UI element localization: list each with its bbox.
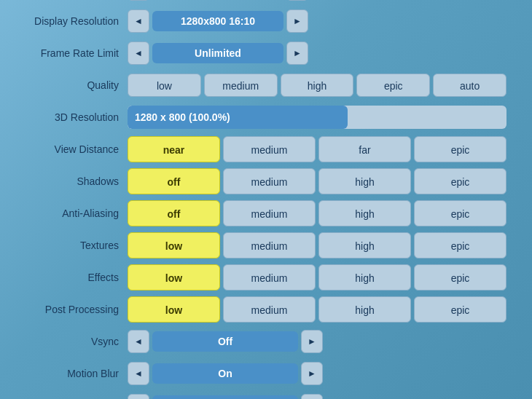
resolution-3d-label: 3D Resolution xyxy=(26,111,128,123)
frame-rate-right[interactable]: ► xyxy=(286,42,308,65)
shadows-epic[interactable]: epic xyxy=(414,168,506,194)
textures-label: Textures xyxy=(26,240,128,251)
shadows-off[interactable]: off xyxy=(128,168,220,194)
textures-low[interactable]: low xyxy=(128,232,220,258)
settings-panel: Window Mode ◄ Fullscreen ► Display Resol… xyxy=(11,0,521,399)
shadows-high[interactable]: high xyxy=(318,168,411,194)
anti-aliasing-medium[interactable]: medium xyxy=(223,200,316,226)
view-distance-label: View Distance xyxy=(26,143,128,155)
effects-label: Effects xyxy=(26,272,128,283)
quality-epic[interactable]: epic xyxy=(356,74,430,97)
vsync-content: ◄ Off ► xyxy=(128,330,323,353)
display-resolution-left[interactable]: ◄ xyxy=(128,9,149,33)
shadows-label: Shadows xyxy=(26,175,128,187)
frame-rate-row: Frame Rate Limit ◄ Unlimited ► xyxy=(26,39,506,67)
motion-blur-right[interactable]: ► xyxy=(301,362,323,385)
effects-low[interactable]: low xyxy=(128,264,220,291)
quality-low[interactable]: low xyxy=(128,74,201,97)
effects-medium[interactable]: medium xyxy=(223,264,316,291)
quality-row: Quality low medium high epic auto xyxy=(26,71,506,99)
display-resolution-label: Display Resolution xyxy=(26,15,128,27)
anti-aliasing-row: Anti-Aliasing off medium high epic xyxy=(26,200,506,227)
anti-aliasing-off[interactable]: off xyxy=(128,200,220,226)
frame-rate-content: ◄ Unlimited ► xyxy=(128,42,308,65)
frame-rate-label: Frame Rate Limit xyxy=(26,47,128,59)
vsync-left[interactable]: ◄ xyxy=(128,330,149,353)
show-fps-right[interactable]: ► xyxy=(301,394,323,399)
motion-blur-content: ◄ On ► xyxy=(128,362,323,385)
anti-aliasing-high[interactable]: high xyxy=(318,200,411,226)
quality-high[interactable]: high xyxy=(281,74,354,97)
textures-medium[interactable]: medium xyxy=(223,232,316,258)
textures-high[interactable]: high xyxy=(318,232,411,258)
post-processing-label: Post Processing xyxy=(26,304,128,315)
window-mode-row: Window Mode ◄ Fullscreen ► xyxy=(26,0,506,3)
window-mode-content: ◄ Fullscreen ► xyxy=(128,0,308,1)
frame-rate-value: Unlimited xyxy=(152,43,283,63)
post-processing-epic[interactable]: epic xyxy=(414,296,506,323)
post-processing-content: low medium high epic xyxy=(128,296,506,323)
anti-aliasing-epic[interactable]: epic xyxy=(414,200,506,226)
view-distance-content: near medium far epic xyxy=(128,136,506,162)
resolution-3d-value: 1280 x 800 (100.0%) xyxy=(135,111,230,123)
view-distance-near[interactable]: near xyxy=(128,136,220,162)
vsync-value: Off xyxy=(152,331,298,352)
motion-blur-row: Motion Blur ◄ On ► xyxy=(26,360,506,387)
vsync-right[interactable]: ► xyxy=(301,330,323,353)
textures-row: Textures low medium high epic xyxy=(26,232,506,259)
anti-aliasing-content: off medium high epic xyxy=(128,200,506,226)
post-processing-row: Post Processing low medium high epic xyxy=(26,296,506,323)
resolution-3d-row: 3D Resolution 1280 x 800 (100.0%) xyxy=(26,103,506,131)
resolution-3d-content: 1280 x 800 (100.0%) xyxy=(128,106,506,129)
effects-epic[interactable]: epic xyxy=(414,264,506,291)
effects-content: low medium high epic xyxy=(128,264,506,291)
display-resolution-right[interactable]: ► xyxy=(286,9,308,33)
anti-aliasing-label: Anti-Aliasing xyxy=(26,208,128,219)
display-resolution-value: 1280x800 16:10 xyxy=(152,11,283,31)
shadows-medium[interactable]: medium xyxy=(223,168,316,194)
shadows-row: Shadows off medium high epic xyxy=(26,167,506,195)
resolution-3d-bar[interactable]: 1280 x 800 (100.0%) xyxy=(128,106,506,129)
display-resolution-content: ◄ 1280x800 16:10 ► xyxy=(128,9,308,33)
show-fps-value: On xyxy=(152,395,298,399)
textures-epic[interactable]: epic xyxy=(414,232,506,258)
view-distance-epic[interactable]: epic xyxy=(414,136,506,162)
quality-medium[interactable]: medium xyxy=(204,74,278,97)
view-distance-row: View Distance near medium far epic xyxy=(26,135,506,163)
textures-content: low medium high epic xyxy=(128,232,506,258)
view-distance-far[interactable]: far xyxy=(318,136,411,162)
frame-rate-left[interactable]: ◄ xyxy=(128,42,149,65)
post-processing-high[interactable]: high xyxy=(318,296,411,323)
post-processing-low[interactable]: low xyxy=(128,296,220,323)
effects-high[interactable]: high xyxy=(318,264,411,291)
post-processing-medium[interactable]: medium xyxy=(223,296,316,323)
effects-row: Effects low medium high epic xyxy=(26,264,506,291)
view-distance-medium[interactable]: medium xyxy=(223,136,316,162)
window-mode-right[interactable]: ► xyxy=(286,0,308,1)
motion-blur-label: Motion Blur xyxy=(26,368,128,379)
resolution-3d-fill: 1280 x 800 (100.0%) xyxy=(128,106,348,129)
quality-content: low medium high epic auto xyxy=(128,74,506,97)
motion-blur-value: On xyxy=(152,363,298,384)
vsync-row: Vsync ◄ Off ► xyxy=(26,328,506,355)
quality-auto[interactable]: auto xyxy=(433,74,506,97)
show-fps-content: ◄ On ► xyxy=(128,394,323,399)
display-resolution-row: Display Resolution ◄ 1280x800 16:10 ► xyxy=(26,7,506,35)
shadows-content: off medium high epic xyxy=(128,168,506,194)
show-fps-left[interactable]: ◄ xyxy=(128,394,149,399)
vsync-label: Vsync xyxy=(26,336,128,347)
quality-label: Quality xyxy=(26,79,128,91)
show-fps-row: Show FPS ◄ On ► xyxy=(26,392,506,399)
motion-blur-left[interactable]: ◄ xyxy=(128,362,149,385)
window-mode-left[interactable]: ◄ xyxy=(128,0,149,1)
